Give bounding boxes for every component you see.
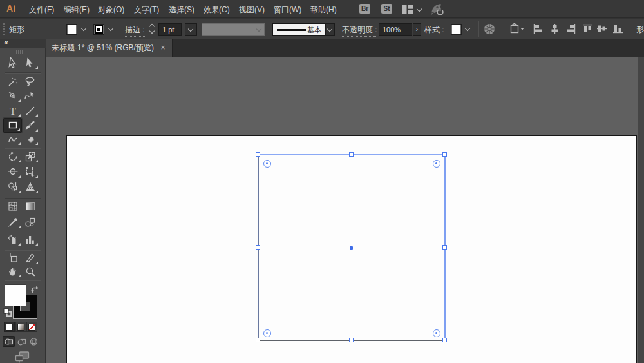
- document-tab[interactable]: 未标题-1* @ 51% (RGB/预览) ×: [46, 39, 173, 57]
- tools-panel-header[interactable]: «: [0, 39, 46, 48]
- stroke-chevron-icon[interactable]: [108, 26, 113, 31]
- stroke-color-swatch[interactable]: [93, 24, 104, 35]
- menu-item-7[interactable]: 窗口(W): [274, 5, 301, 15]
- gradient-tool[interactable]: [21, 199, 39, 214]
- opacity-panel-link[interactable]: 不透明度 :: [342, 25, 377, 37]
- swap-fill-stroke-icon[interactable]: [30, 286, 39, 295]
- flyout-indicator-icon: [35, 160, 38, 162]
- vertical-align-center-icon[interactable]: [596, 23, 607, 34]
- stroke-weight-down-icon[interactable]: [149, 28, 155, 34]
- direct-selection-tool[interactable]: [21, 55, 39, 70]
- none-button[interactable]: [26, 322, 37, 332]
- hand-tool[interactable]: [3, 264, 22, 279]
- draw-inside-button[interactable]: [28, 336, 40, 347]
- menu-item-5[interactable]: 效果(C): [204, 5, 230, 15]
- width-tool[interactable]: [3, 164, 22, 179]
- shape-builder-tool[interactable]: [3, 180, 22, 195]
- brush-definition-dropdown[interactable]: 基本: [272, 23, 325, 36]
- fill-chevron-icon[interactable]: [81, 26, 86, 31]
- selection-handle[interactable]: [349, 152, 354, 157]
- selection-handle[interactable]: [256, 338, 260, 342]
- shape-panel-link[interactable]: 形状: [636, 25, 644, 35]
- selection-handle[interactable]: [256, 245, 260, 250]
- screen-mode-button[interactable]: [15, 351, 30, 362]
- recolor-artwork-icon[interactable]: [483, 23, 496, 35]
- bridge-button[interactable]: Br: [359, 4, 370, 14]
- illustrator-window: Ai 文件(F)编辑(E)对象(O)文字(T)选择(S)效果(C)视图(V)窗口…: [0, 0, 644, 363]
- free-transform-tool[interactable]: [21, 164, 39, 179]
- stroke-weight-input[interactable]: 1 pt: [158, 23, 182, 36]
- type-tool[interactable]: T: [3, 103, 22, 118]
- fill-color-swatch[interactable]: [66, 24, 77, 35]
- horizontal-align-center-icon[interactable]: [549, 23, 560, 34]
- tab-close-icon[interactable]: ×: [158, 39, 167, 57]
- curvature-tool[interactable]: [21, 88, 39, 103]
- document-tab-title: 未标题-1* @ 51% (RGB/预览): [52, 43, 154, 52]
- live-corner-widget[interactable]: [263, 329, 271, 337]
- menu-item-3[interactable]: 文字(T): [134, 5, 159, 15]
- live-corner-widget[interactable]: [433, 160, 440, 168]
- menu-item-4[interactable]: 选择(S): [169, 5, 194, 15]
- fill-color-indicator[interactable]: [5, 284, 26, 306]
- color-button[interactable]: [4, 322, 15, 332]
- vertical-align-bottom-icon[interactable]: [612, 23, 623, 34]
- rotate-tool[interactable]: [3, 149, 22, 164]
- opacity-more-button[interactable]: ›: [413, 23, 421, 36]
- vertical-align-top-icon[interactable]: [582, 23, 593, 34]
- align-to-selection-icon[interactable]: [508, 23, 525, 35]
- selection-handle[interactable]: [442, 245, 447, 250]
- gpu-performance-icon[interactable]: [430, 2, 446, 16]
- eraser-tool[interactable]: [21, 132, 39, 146]
- paintbrush-tool[interactable]: [21, 118, 39, 133]
- selection-handle[interactable]: [442, 338, 447, 342]
- perspective-grid-tool[interactable]: [21, 180, 39, 195]
- tools-divider: [5, 72, 41, 73]
- default-fill-stroke-icon[interactable]: [3, 308, 12, 317]
- magic-wand-tool[interactable]: [3, 74, 22, 89]
- stroke-panel-link[interactable]: 描边 :: [125, 25, 145, 37]
- pen-tool[interactable]: [3, 88, 22, 103]
- column-graph-tool[interactable]: [21, 232, 39, 247]
- lasso-tool[interactable]: [21, 74, 39, 89]
- mesh-tool[interactable]: [3, 199, 22, 214]
- style-chevron-icon[interactable]: [465, 26, 470, 31]
- scale-tool[interactable]: [21, 149, 39, 164]
- workspace-switcher-icon[interactable]: [402, 5, 413, 14]
- tools-panel-grip[interactable]: [16, 50, 29, 54]
- opacity-input[interactable]: 100%: [379, 23, 412, 36]
- stroke-weight-dropdown[interactable]: [185, 23, 197, 36]
- live-corner-widget[interactable]: [263, 160, 271, 168]
- control-bar-grip[interactable]: [3, 23, 5, 36]
- selection-handle[interactable]: [256, 152, 260, 157]
- horizontal-align-left-icon[interactable]: [533, 23, 544, 34]
- menu-item-6[interactable]: 视图(V): [239, 5, 265, 15]
- line-segment-tool[interactable]: [21, 103, 39, 118]
- flyout-indicator-icon: [35, 142, 38, 145]
- menu-item-1[interactable]: 编辑(E): [64, 5, 90, 15]
- selection-handle[interactable]: [442, 152, 447, 157]
- selection-center-point[interactable]: [350, 246, 353, 250]
- selection-tool[interactable]: [3, 55, 22, 70]
- canvas[interactable]: [46, 57, 644, 363]
- gradient-button[interactable]: [15, 322, 26, 332]
- eyedropper-tool[interactable]: [3, 215, 22, 230]
- document-area: 未标题-1* @ 51% (RGB/预览) ×: [46, 39, 644, 363]
- horizontal-align-right-icon[interactable]: [565, 23, 576, 34]
- draw-normal-button[interactable]: [3, 336, 15, 347]
- collapse-panel-icon[interactable]: «: [4, 38, 8, 47]
- menu-item-2[interactable]: 对象(O): [98, 5, 124, 15]
- stock-button[interactable]: St: [381, 4, 392, 14]
- blend-tool[interactable]: [21, 215, 39, 230]
- separator: [478, 21, 479, 37]
- menu-item-8[interactable]: 帮助(H): [310, 5, 337, 15]
- live-corner-widget[interactable]: [433, 329, 440, 337]
- menu-item-0[interactable]: 文件(F): [29, 5, 54, 15]
- selection-handle[interactable]: [349, 338, 354, 342]
- style-swatch[interactable]: [451, 24, 462, 35]
- draw-behind-button[interactable]: [15, 336, 28, 347]
- shaper-tool[interactable]: [3, 132, 22, 146]
- rectangle-tool[interactable]: [3, 118, 22, 133]
- symbol-sprayer-tool[interactable]: [3, 232, 22, 247]
- zoom-tool[interactable]: [21, 264, 39, 279]
- brush-definition-chevron[interactable]: [325, 23, 335, 36]
